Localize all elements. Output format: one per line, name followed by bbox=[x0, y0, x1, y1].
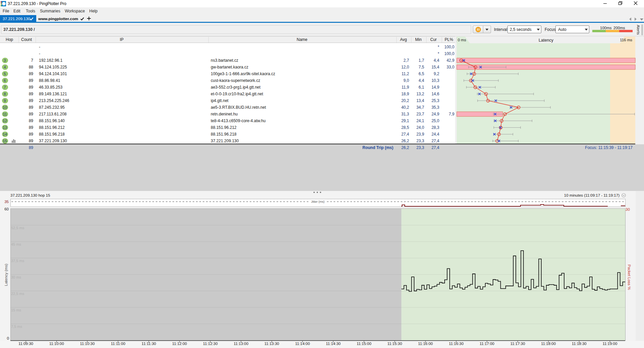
svg-text:11:13:30: 11:13:30 bbox=[264, 342, 279, 346]
svg-text:11:12:30: 11:12:30 bbox=[203, 342, 218, 346]
svg-text:11:17:30: 11:17:30 bbox=[510, 342, 525, 346]
svg-text:37.221.209.130 hop 15: 37.221.209.130 hop 15 bbox=[10, 193, 50, 197]
svg-text:11:18:30: 11:18:30 bbox=[572, 342, 587, 346]
svg-text:22,5 ms: 22,5 ms bbox=[11, 292, 24, 296]
svg-text:11:14:30: 11:14:30 bbox=[326, 342, 341, 346]
svg-text:Packet Loss %: Packet Loss % bbox=[627, 264, 631, 290]
svg-text:11:16:30: 11:16:30 bbox=[449, 342, 463, 346]
svg-text:30: 30 bbox=[626, 207, 630, 211]
svg-text:11:10:30: 11:10:30 bbox=[80, 342, 95, 346]
svg-text:11:12:00: 11:12:00 bbox=[172, 342, 187, 346]
svg-text:11:13:00: 11:13:00 bbox=[234, 342, 248, 346]
svg-text:Latency: Latency bbox=[539, 38, 554, 43]
svg-text:11:10:00: 11:10:00 bbox=[49, 342, 64, 346]
svg-text:11:14:00: 11:14:00 bbox=[295, 342, 310, 346]
svg-text:52,5 ms: 52,5 ms bbox=[11, 226, 24, 230]
svg-text:11:18:00: 11:18:00 bbox=[541, 342, 556, 346]
svg-text:7,5 ms: 7,5 ms bbox=[11, 325, 22, 329]
svg-text:37,5 ms: 37,5 ms bbox=[11, 259, 24, 263]
svg-text:116 ms: 116 ms bbox=[620, 38, 632, 42]
svg-text:60: 60 bbox=[4, 207, 9, 211]
svg-text:11:16:00: 11:16:00 bbox=[418, 342, 433, 346]
svg-text:30 ms: 30 ms bbox=[11, 275, 21, 279]
svg-text:35: 35 bbox=[4, 200, 9, 204]
svg-text:45 ms: 45 ms bbox=[11, 242, 21, 246]
svg-text:11:17:00: 11:17:00 bbox=[480, 342, 494, 346]
svg-text:11:19:00: 11:19:00 bbox=[602, 342, 617, 346]
svg-text:11:11:00: 11:11:00 bbox=[111, 342, 125, 346]
svg-text:11:15:30: 11:15:30 bbox=[387, 342, 402, 346]
svg-text:11:15:00: 11:15:00 bbox=[357, 342, 371, 346]
svg-text:Jitter (ms): Jitter (ms) bbox=[311, 200, 325, 203]
svg-text:0: 0 bbox=[7, 336, 9, 340]
svg-text:15 ms: 15 ms bbox=[11, 308, 21, 312]
svg-text:Latency (ms): Latency (ms) bbox=[4, 264, 8, 286]
svg-text:0 ms: 0 ms bbox=[458, 38, 466, 42]
svg-text:10 minutes (11:09:17 - 11:19:1: 10 minutes (11:09:17 - 11:19:17) bbox=[564, 193, 620, 197]
svg-text:11:09:30: 11:09:30 bbox=[18, 342, 33, 346]
svg-text:11:11:30: 11:11:30 bbox=[142, 342, 156, 346]
